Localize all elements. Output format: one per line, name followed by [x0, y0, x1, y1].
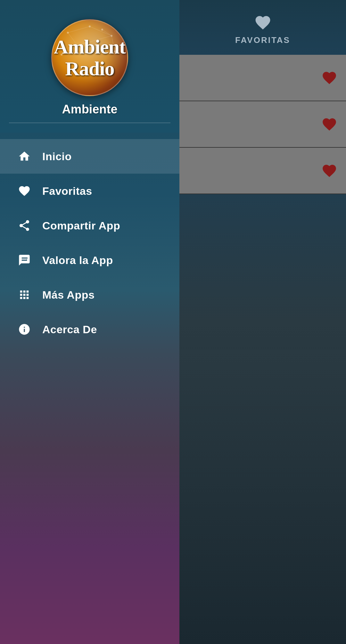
logo-text: Ambient Radio: [54, 36, 126, 79]
app-logo: Ambient Radio: [51, 19, 128, 96]
info-icon: [16, 321, 33, 338]
favoritas-header: FAVORITAS: [179, 0, 346, 55]
svg-line-8: [90, 27, 111, 36]
favoritas-label: FAVORITAS: [235, 35, 290, 45]
right-panel: FAVORITAS: [179, 0, 346, 644]
menu-label-mas-apps: Más Apps: [42, 289, 95, 301]
favorites-list: [179, 55, 346, 350]
menu-label-compartir: Compartir App: [42, 219, 120, 232]
favorite-item-1[interactable]: [179, 55, 346, 101]
menu-label-inicio: Inicio: [42, 150, 72, 163]
sidebar: Ambient Radio Ambiente Inicio: [0, 0, 179, 644]
menu-item-valora[interactable]: Valora la App: [0, 243, 179, 277]
sidebar-header: Ambient Radio Ambiente: [0, 0, 179, 133]
svg-line-9: [102, 29, 111, 36]
menu-item-compartir[interactable]: Compartir App: [0, 208, 179, 243]
logo-radio-text: Radio: [54, 58, 126, 79]
menu-label-acerca: Acerca De: [42, 323, 97, 336]
menu-item-mas-apps[interactable]: Más Apps: [0, 277, 179, 312]
menu-item-inicio[interactable]: Inicio: [0, 139, 179, 174]
menu-label-valora: Valora la App: [42, 254, 113, 267]
sidebar-menu: Inicio Favoritas Compartir App: [0, 133, 179, 644]
menu-item-favoritas[interactable]: Favoritas: [0, 174, 179, 208]
favorite-heart-icon-3: [320, 162, 338, 179]
heart-icon: [16, 183, 33, 199]
favorite-heart-icon-1: [320, 69, 338, 87]
sidebar-divider: [9, 123, 170, 123]
favorite-item-3[interactable]: [179, 148, 346, 194]
logo-ambient-text: Ambient: [54, 36, 126, 58]
app-container: Ambient Radio Ambiente Inicio: [0, 0, 346, 644]
right-empty-area: [179, 350, 346, 644]
share-icon: [16, 217, 33, 234]
menu-item-acerca[interactable]: Acerca De: [0, 312, 179, 347]
favorite-item-2[interactable]: [179, 101, 346, 148]
favorite-heart-icon-2: [320, 115, 338, 133]
grid-icon: [16, 286, 33, 303]
home-icon: [16, 148, 33, 165]
favoritas-heart-icon: [253, 13, 272, 32]
menu-label-favoritas: Favoritas: [42, 185, 92, 197]
rate-icon: [16, 252, 33, 268]
svg-line-7: [68, 27, 90, 33]
app-name: Ambiente: [62, 103, 117, 116]
